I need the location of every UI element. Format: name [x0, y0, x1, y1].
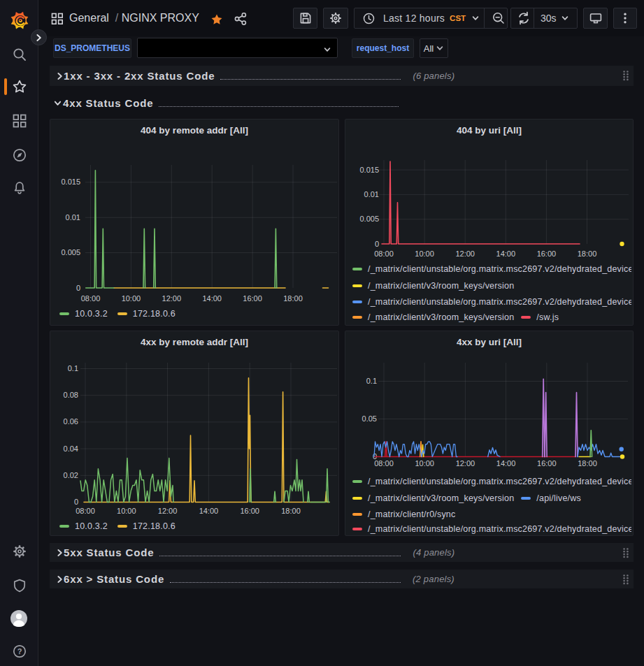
svg-text:0: 0 — [375, 240, 379, 248]
svg-text:08:00: 08:00 — [374, 459, 394, 468]
svg-text:18:00: 18:00 — [578, 249, 597, 258]
svg-text:12:00: 12:00 — [455, 249, 475, 258]
svg-text:08:00: 08:00 — [374, 249, 394, 258]
svg-text:08:00: 08:00 — [81, 294, 101, 303]
svg-text:0: 0 — [74, 498, 78, 506]
svg-text:08:00: 08:00 — [76, 507, 95, 515]
svg-text:0.05: 0.05 — [362, 414, 377, 423]
svg-text:14:00: 14:00 — [496, 459, 516, 468]
svg-text:16:00: 16:00 — [537, 249, 557, 258]
svg-text:0.015: 0.015 — [61, 178, 80, 186]
svg-text:10:00: 10:00 — [122, 294, 141, 303]
svg-text:14:00: 14:00 — [202, 294, 222, 303]
svg-text:0.04: 0.04 — [64, 444, 78, 453]
svg-text:18:00: 18:00 — [578, 459, 597, 468]
svg-text:10:00: 10:00 — [415, 459, 434, 468]
svg-text:0.01: 0.01 — [364, 190, 379, 198]
svg-text:0.08: 0.08 — [64, 391, 78, 399]
svg-text:10:00: 10:00 — [117, 507, 136, 515]
svg-text:0.02: 0.02 — [64, 471, 78, 479]
svg-text:10:00: 10:00 — [415, 249, 434, 258]
svg-text:16:00: 16:00 — [243, 294, 262, 303]
svg-text:0: 0 — [76, 284, 80, 292]
svg-text:16:00: 16:00 — [537, 459, 557, 468]
svg-text:0.01: 0.01 — [66, 213, 80, 222]
svg-text:0.1: 0.1 — [68, 364, 78, 372]
svg-text:12:00: 12:00 — [158, 507, 178, 515]
svg-text:14:00: 14:00 — [496, 249, 516, 258]
svg-text:18:00: 18:00 — [283, 294, 303, 303]
svg-text:0.015: 0.015 — [359, 166, 379, 174]
svg-text:12:00: 12:00 — [162, 294, 182, 303]
svg-text:0.005: 0.005 — [359, 215, 379, 223]
svg-text:?: ? — [17, 647, 22, 656]
svg-text:14:00: 14:00 — [199, 507, 219, 515]
svg-text:18:00: 18:00 — [281, 507, 301, 515]
svg-text:16:00: 16:00 — [240, 507, 259, 515]
svg-text:12:00: 12:00 — [456, 459, 475, 468]
svg-text:0.06: 0.06 — [64, 417, 78, 426]
svg-text:0.005: 0.005 — [61, 248, 80, 256]
svg-text:0.1: 0.1 — [366, 377, 377, 385]
